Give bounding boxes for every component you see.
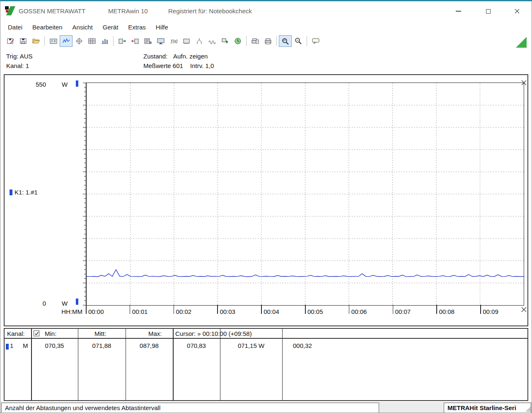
row-cursor-left: 070,83 <box>173 342 220 349</box>
header-kanal: Kanal: <box>7 330 25 337</box>
menu-hilfe[interactable]: Hilfe <box>151 22 173 32</box>
function-button[interactable]: ƒ(x) <box>167 35 180 47</box>
channel-label: K1: 1.#1 <box>15 189 38 196</box>
tick-mark <box>393 305 394 314</box>
view-table-button[interactable] <box>85 35 98 47</box>
column-separator <box>31 329 32 400</box>
menu-datei[interactable]: Datei <box>3 22 27 32</box>
channel-select-button[interactable] <box>193 35 206 47</box>
device-settings-icon <box>144 37 152 45</box>
column-separator <box>220 329 220 400</box>
channel-fork-icon <box>195 37 203 45</box>
trend-plot <box>87 83 524 305</box>
chart-panel: 550 W K1: 1.#1 0 W HH:MM 00:00 00:01 00:… <box>4 74 528 326</box>
device-memory-button[interactable] <box>180 35 193 47</box>
column-separator <box>126 329 126 400</box>
x-axis-format-label: HH:MM <box>58 308 82 315</box>
device-read-button[interactable] <box>116 35 128 47</box>
data-transfer-button[interactable] <box>218 35 231 47</box>
save-report-button[interactable] <box>4 35 17 47</box>
intervall-status: Intrv. 1,0 <box>190 62 214 69</box>
tick-mark <box>217 305 218 314</box>
row-max: 087,98 <box>126 342 173 349</box>
channel-checkbox[interactable] <box>34 330 39 336</box>
menu-geraet[interactable]: Gerät <box>98 22 123 32</box>
row-flag: M <box>23 342 31 349</box>
zoom-out-button[interactable] <box>292 35 305 47</box>
save-button[interactable] <box>17 35 29 47</box>
numeric-display-icon <box>49 37 58 45</box>
online-display-button[interactable] <box>154 35 167 47</box>
trigger-status: Trig: AUS <box>6 53 33 60</box>
y-axis-unit-bottom: W <box>62 300 68 307</box>
cursor-handle-top[interactable] <box>521 80 527 85</box>
minimize-icon <box>456 11 461 12</box>
monitor-icon <box>157 37 165 45</box>
print-preview-button[interactable] <box>249 35 261 47</box>
save-icon <box>19 37 27 45</box>
header-cursor: Cursor: » 00:10:00 (+09:58) <box>175 330 252 337</box>
device-settings-button[interactable] <box>141 35 154 47</box>
brand-title: GOSSEN METRAWATT <box>19 7 85 15</box>
y-max-handle[interactable] <box>76 80 78 87</box>
view-trend-button[interactable] <box>60 35 73 47</box>
toolbar-separator <box>246 36 247 46</box>
timer-button[interactable] <box>231 35 244 47</box>
y-min-handle[interactable] <box>76 299 78 305</box>
row-mitt: 071,88 <box>78 342 126 349</box>
close-icon <box>515 9 520 14</box>
printer-icon <box>264 37 272 45</box>
toolbar-separator <box>44 36 45 46</box>
timer-clock-icon <box>234 37 242 45</box>
open-button[interactable] <box>29 35 42 47</box>
table-header-row: Kanal: Min: Mitt: Max: Cursor: » 00:10:0… <box>5 329 527 339</box>
row-min: 070,35 <box>31 342 78 349</box>
maximize-button[interactable] <box>480 5 496 17</box>
close-button[interactable] <box>509 5 525 17</box>
data-transfer-icon <box>221 37 229 45</box>
tick-mark <box>480 305 481 314</box>
print-preview-icon <box>251 37 259 45</box>
menu-extras[interactable]: Extras <box>123 22 151 32</box>
row-channel-marker <box>6 344 9 350</box>
statusbar: Anzahl der Abtastungen und verwendetes A… <box>0 402 532 413</box>
view-numeric-button[interactable] <box>47 35 60 47</box>
zustand-value: Aufn. zeigen <box>173 53 208 60</box>
envelope-button[interactable] <box>206 35 218 47</box>
tick-mark <box>86 305 87 314</box>
column-separator <box>78 329 78 400</box>
memory-chip-icon <box>182 37 191 45</box>
minimize-button[interactable] <box>450 5 467 17</box>
row-channel: 1 <box>10 342 18 349</box>
print-button[interactable] <box>261 35 274 47</box>
x-axis: HH:MM 00:00 00:01 00:02 00:03 00:04 00:0… <box>86 306 524 320</box>
tick-mark <box>305 305 306 314</box>
statusbar-device: METRAHit Starline-Seri <box>444 403 531 413</box>
header-mitt: Mitt: <box>94 330 106 337</box>
row-cursor-right: 071,15 W <box>220 342 282 349</box>
zoom-wave-icon <box>281 37 290 45</box>
resize-grip[interactable] <box>526 407 531 412</box>
view-xy-button[interactable] <box>73 35 85 47</box>
tick-mark <box>436 305 437 314</box>
check-icon <box>34 331 39 336</box>
toolbar-separator <box>113 36 114 46</box>
menu-ansicht[interactable]: Ansicht <box>68 22 98 32</box>
toolbar: ƒ(x) <box>0 33 532 49</box>
waveform-icon <box>208 37 216 45</box>
measurement-table: Kanal: Min: Mitt: Max: Cursor: » 00:10:0… <box>4 328 528 401</box>
y-axis-min-label: 0 <box>26 300 46 307</box>
table-grid-icon <box>88 37 96 45</box>
zoom-button[interactable] <box>279 35 292 47</box>
hint-button[interactable] <box>309 35 322 47</box>
tooltip-bubble-icon <box>312 37 320 45</box>
y-axis-max-label: 550 <box>26 81 46 88</box>
view-statistics-button[interactable] <box>98 35 111 47</box>
histogram-icon <box>101 37 109 45</box>
device-write-button[interactable] <box>128 35 141 47</box>
gossen-metrawatt-logo-icon <box>5 5 16 17</box>
titlebar: GOSSEN METRAWATT METRAwin 10 Registriert… <box>0 1 532 21</box>
plot-area[interactable] <box>86 83 524 306</box>
menu-bearbeiten[interactable]: Bearbeiten <box>27 22 68 32</box>
zoom-out-icon <box>294 37 302 45</box>
